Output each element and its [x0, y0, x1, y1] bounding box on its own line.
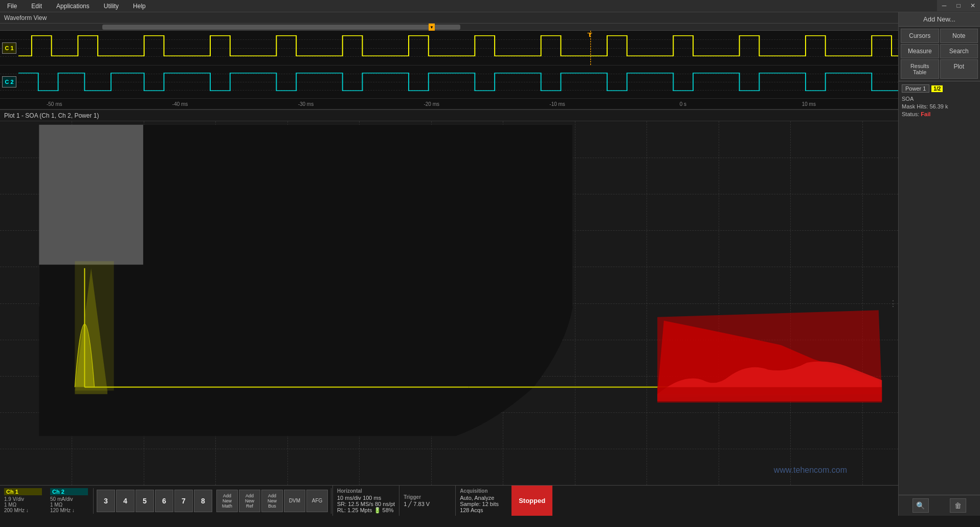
- svg-text:T: T: [587, 32, 592, 38]
- time-tick-6: 0 s: [680, 101, 686, 107]
- ch8-button[interactable]: 8: [194, 490, 212, 512]
- bottom-bar: Ch 1 1.9 V/div 1 MΩ 200 MHz ↓ Ch 2 50 mA…: [0, 485, 898, 516]
- plot-area: Plot 1 - SOA (Ch 1, Ch 2, Power 1): [0, 110, 898, 485]
- measure-button[interactable]: Measure: [901, 44, 939, 58]
- horizontal-line2: SR: 12.5 MS/s 80 ns/pt: [337, 501, 395, 507]
- separator-2: [331, 488, 331, 514]
- waveform-view-title: Waveform View: [4, 14, 47, 21]
- menu-utility[interactable]: Utility: [101, 2, 122, 11]
- trash-icon: 🗑: [954, 501, 962, 510]
- time-tick-2: -40 ms: [172, 101, 188, 107]
- action-btn-group: Add New Math Add New Ref Add New Bus DVM…: [214, 486, 330, 516]
- ch2-vdiv: 50 mA/div: [50, 496, 88, 502]
- stopped-button[interactable]: Stopped: [511, 486, 552, 516]
- acquisition-line3: 128 Acqs: [460, 507, 507, 513]
- add-new-math-button[interactable]: Add New Math: [216, 490, 238, 512]
- ch1-wave-svg: T: [18, 31, 898, 65]
- svg-rect-8: [657, 387, 882, 403]
- minimize-button[interactable]: ─: [937, 0, 951, 11]
- power-header: Power 1 1/2: [902, 84, 977, 93]
- ch1-info-title: Ch 1: [4, 488, 42, 495]
- ch7-button[interactable]: 7: [174, 490, 193, 512]
- acquisition-line1: Auto, Analyze: [460, 495, 507, 501]
- main-container: Waveform View ▼ C 1 T C 2: [0, 12, 980, 516]
- horizontal-line1: 10 ms/div 100 ms: [337, 495, 395, 501]
- cursors-button[interactable]: Cursors: [901, 29, 939, 43]
- trigger-line1: 1 ╱ 7.83 V: [404, 501, 451, 508]
- time-axis: -50 ms -40 ms -30 ms -20 ms -10 ms 0 s 1…: [0, 99, 898, 110]
- zoom-icon: 🔍: [916, 501, 925, 510]
- acquisition-line2: Sample: 12 bits: [460, 501, 507, 507]
- resize-handle[interactable]: ⋮: [889, 298, 897, 308]
- power-ch-badge: 1/2: [931, 85, 943, 92]
- horizontal-line3: RL: 1.25 Mpts 🔋 58%: [337, 507, 395, 514]
- maximize-button[interactable]: □: [951, 0, 966, 11]
- power-mask-hits: Mask Hits: 56.39 k: [902, 103, 977, 109]
- ch1-impedance: 1 MΩ: [4, 502, 42, 508]
- delete-button[interactable]: 🗑: [950, 498, 966, 513]
- trigger-section[interactable]: Trigger 1 ╱ 7.83 V: [399, 486, 455, 516]
- title-area: Waveform View: [0, 12, 898, 24]
- zoom-button[interactable]: 🔍: [912, 498, 929, 513]
- ch1-info-block[interactable]: Ch 1 1.9 V/div 1 MΩ 200 MHz ↓: [0, 486, 46, 516]
- add-new-ref-button[interactable]: Add New Ref: [239, 490, 260, 512]
- ch1-waveform-row: C 1 T: [0, 31, 898, 65]
- window-controls: ─ □ ✕: [937, 0, 980, 11]
- ch4-button[interactable]: 4: [116, 490, 135, 512]
- right-buttons: Cursors Note Measure Search Results Tabl…: [899, 27, 980, 81]
- power-status-value: Fail: [921, 111, 930, 117]
- results-table-button[interactable]: Results Table: [901, 59, 939, 79]
- time-tick-1: -50 ms: [47, 101, 62, 107]
- menu-help[interactable]: Help: [130, 2, 149, 11]
- ch2-info-block[interactable]: Ch 2 50 mA/div 1 MΩ 120 MHz ↓: [46, 486, 92, 516]
- menu-bar: File Edit Applications Utility Help ─ □ …: [0, 0, 980, 12]
- menu-file[interactable]: File: [4, 2, 20, 11]
- add-new-button[interactable]: Add New...: [899, 12, 980, 27]
- right-panel: Add New... Cursors Note Measure Search R…: [898, 12, 980, 516]
- separator-1: [93, 488, 94, 514]
- power-type: SOA: [902, 96, 977, 102]
- right-bottom-buttons: 🔍 🗑: [899, 495, 980, 516]
- afg-button[interactable]: AFG: [306, 490, 328, 512]
- trigger-title: Trigger: [404, 494, 451, 500]
- svg-rect-3: [39, 125, 143, 265]
- acquisition-title: Acquisition: [460, 488, 507, 494]
- ch6-button[interactable]: 6: [155, 490, 173, 512]
- menu-edit[interactable]: Edit: [28, 2, 45, 11]
- ch2-bw: 120 MHz ↓: [50, 508, 88, 513]
- ch2-info-title: Ch 2: [50, 488, 88, 495]
- note-button[interactable]: Note: [940, 29, 978, 43]
- acquisition-section[interactable]: Acquisition Auto, Analyze Sample: 12 bit…: [455, 486, 511, 516]
- soa-plot-svg: [0, 121, 898, 485]
- ch5-button[interactable]: 5: [136, 490, 154, 512]
- waveform-area: Waveform View ▼ C 1 T C 2: [0, 12, 898, 516]
- power-status: Status: Fail: [902, 111, 977, 117]
- search-button[interactable]: Search: [940, 44, 978, 58]
- ch1-bw: 200 MHz ↓: [4, 508, 42, 513]
- scroll-track[interactable]: ▼: [0, 24, 898, 31]
- add-new-bus-button[interactable]: Add New Bus: [261, 490, 283, 512]
- time-tick-3: -30 ms: [298, 101, 314, 107]
- time-tick-5: -10 ms: [549, 101, 565, 107]
- ch2-label[interactable]: C 2: [2, 76, 16, 87]
- ch2-wave-svg: [18, 65, 898, 98]
- trigger-scroll-marker: ▼: [429, 24, 435, 31]
- ch2-waveform-row: C 2: [0, 65, 898, 99]
- time-tick-4: -20 ms: [424, 101, 439, 107]
- ch3-button[interactable]: 3: [97, 490, 115, 512]
- time-tick-7: 10 ms: [802, 101, 816, 107]
- ch2-impedance: 1 MΩ: [50, 502, 88, 508]
- close-button[interactable]: ✕: [966, 0, 980, 11]
- horizontal-section[interactable]: Horizontal 10 ms/div 100 ms SR: 12.5 MS/…: [332, 486, 399, 516]
- num-btn-group: 3 4 5 6 7 8: [95, 486, 214, 516]
- plot-button[interactable]: Plot: [940, 59, 978, 79]
- horizontal-title: Horizontal: [337, 488, 395, 494]
- power-badge: Power 1: [902, 84, 929, 93]
- dvm-button[interactable]: DVM: [284, 490, 305, 512]
- ch1-label[interactable]: C 1: [2, 42, 16, 54]
- plot-canvas: www.tehencom.com ⋮: [0, 121, 898, 485]
- scroll-bar[interactable]: [102, 25, 460, 30]
- plot-title: Plot 1 - SOA (Ch 1, Ch 2, Power 1): [0, 110, 898, 121]
- menu-applications[interactable]: Applications: [53, 2, 93, 11]
- ch1-vdiv: 1.9 V/div: [4, 496, 42, 502]
